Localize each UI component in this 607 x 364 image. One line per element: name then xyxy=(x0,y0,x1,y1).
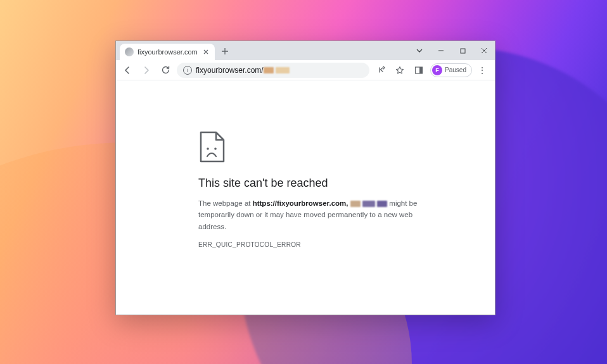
profile-status: Paused xyxy=(445,66,466,73)
titlebar: fixyourbrowser.com xyxy=(116,41,495,60)
error-heading: This site can't be reached xyxy=(198,177,495,190)
back-button[interactable] xyxy=(120,63,135,78)
profile-chip[interactable]: F Paused xyxy=(430,63,472,77)
bookmark-icon[interactable] xyxy=(392,63,407,78)
close-tab-icon[interactable] xyxy=(202,48,210,56)
redacted-segment xyxy=(264,67,274,73)
forward-button[interactable] xyxy=(139,63,154,78)
side-panel-icon[interactable] xyxy=(411,63,426,78)
minimize-button[interactable] xyxy=(430,44,452,58)
url-host: fixyourbrowser.com/ xyxy=(196,66,264,75)
avatar: F xyxy=(432,65,442,75)
error-url: https://fixyourbrowser.com xyxy=(253,199,347,207)
reload-button[interactable] xyxy=(158,63,173,78)
browser-tab-active[interactable]: fixyourbrowser.com xyxy=(120,44,215,60)
redacted-segment xyxy=(276,67,290,73)
redacted-segment xyxy=(377,201,387,207)
globe-icon xyxy=(125,47,134,56)
address-bar[interactable]: i fixyourbrowser.com/ xyxy=(177,63,369,78)
svg-rect-0 xyxy=(461,49,465,53)
chevron-down-icon[interactable] xyxy=(409,44,430,58)
error-code: ERR_QUIC_PROTOCOL_ERROR xyxy=(198,241,495,248)
sad-page-icon xyxy=(198,131,226,163)
tab-strip: fixyourbrowser.com xyxy=(116,41,409,60)
site-info-icon[interactable]: i xyxy=(183,66,192,75)
menu-button[interactable]: ⋮ xyxy=(476,63,489,78)
toolbar: i fixyourbrowser.com/ F Paused ⋮ xyxy=(116,60,495,80)
error-body: The webpage at https://fixyourbrowser.co… xyxy=(198,198,433,232)
svg-point-3 xyxy=(207,147,209,150)
tab-title: fixyourbrowser.com xyxy=(137,48,198,56)
redacted-segment xyxy=(362,201,375,207)
svg-rect-2 xyxy=(419,67,423,73)
share-icon[interactable] xyxy=(373,63,388,78)
svg-point-4 xyxy=(214,147,217,150)
url-text: fixyourbrowser.com/ xyxy=(196,66,363,75)
error-body-prefix: The webpage at xyxy=(198,199,253,207)
page-content: This site can't be reached The webpage a… xyxy=(116,80,495,315)
browser-window: fixyourbrowser.com xyxy=(115,41,495,315)
toolbar-actions: F Paused ⋮ xyxy=(373,63,491,78)
maximize-button[interactable] xyxy=(452,44,473,58)
close-window-button[interactable] xyxy=(473,44,495,58)
new-tab-button[interactable] xyxy=(217,44,233,59)
redacted-segment xyxy=(350,201,361,207)
window-controls xyxy=(409,41,495,60)
